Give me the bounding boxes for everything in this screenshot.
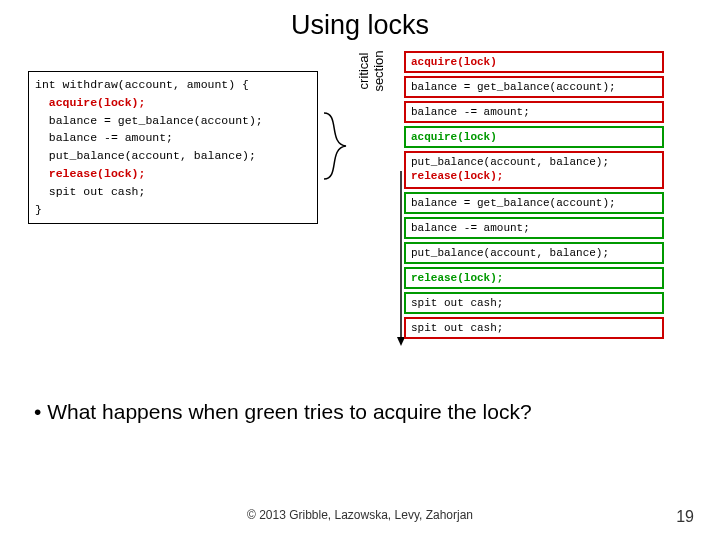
timeline-step: balance -= amount; bbox=[404, 101, 664, 123]
timeline-step: balance = get_balance(account); bbox=[404, 76, 664, 98]
timeline-step: spit out cash; bbox=[404, 292, 664, 314]
code-line: release(lock); bbox=[35, 165, 311, 183]
code-line: int withdraw(account, amount) { bbox=[35, 76, 311, 94]
code-box: int withdraw(account, amount) { acquire(… bbox=[28, 71, 318, 224]
timeline-step: put_balance(account, balance);release(lo… bbox=[404, 151, 664, 189]
code-line: } bbox=[35, 201, 311, 219]
timeline-step: acquire(lock) bbox=[404, 51, 664, 73]
code-line: put_balance(account, balance); bbox=[35, 147, 311, 165]
code-line: balance -= amount; bbox=[35, 129, 311, 147]
critical-section-brace bbox=[320, 111, 370, 181]
code-line: balance = get_balance(account); bbox=[35, 112, 311, 130]
diagram-area: int withdraw(account, amount) { acquire(… bbox=[0, 51, 720, 391]
code-line: acquire(lock); bbox=[35, 94, 311, 112]
copyright: © 2013 Gribble, Lazowska, Levy, Zahorjan bbox=[0, 508, 720, 522]
timeline-step: spit out cash; bbox=[404, 317, 664, 339]
timeline-step: balance -= amount; bbox=[404, 217, 664, 239]
code-line: spit out cash; bbox=[35, 183, 311, 201]
page-number: 19 bbox=[676, 508, 694, 526]
timeline-step: acquire(lock) bbox=[404, 126, 664, 148]
timeline-step: balance = get_balance(account); bbox=[404, 192, 664, 214]
critical-section-label: critical section bbox=[356, 36, 386, 106]
bullet-question: • What happens when green tries to acqui… bbox=[34, 400, 532, 424]
timeline: acquire(lock)balance = get_balance(accou… bbox=[404, 51, 704, 342]
timeline-step: put_balance(account, balance); bbox=[404, 242, 664, 264]
timeline-step: release(lock); bbox=[404, 267, 664, 289]
